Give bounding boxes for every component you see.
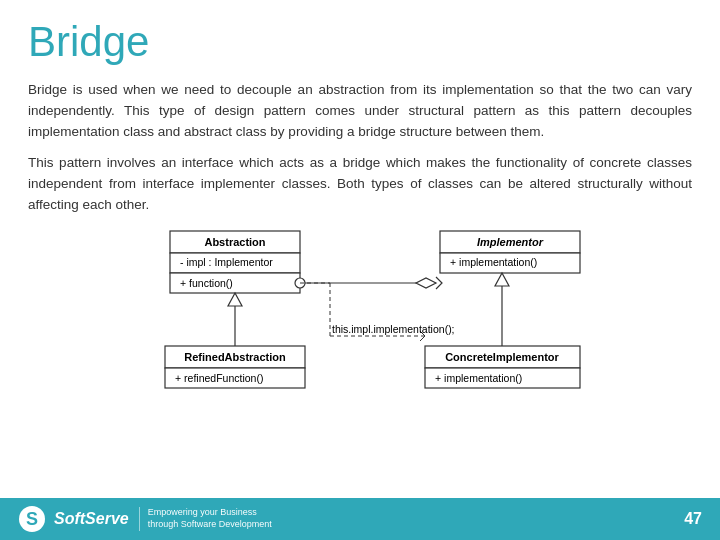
footer-logo-area: S SoftServe Empowering your Business thr… — [18, 505, 272, 533]
svg-marker-15 — [495, 273, 509, 286]
tagline-line2: through Software Development — [148, 519, 272, 531]
tagline-line1: Empowering your Business — [148, 507, 272, 519]
svg-text:S: S — [26, 509, 38, 529]
page-number: 47 — [684, 510, 702, 528]
refined-title: RefinedAbstraction — [184, 351, 286, 363]
footer-tagline: Empowering your Business through Softwar… — [139, 507, 272, 530]
paragraph-2: This pattern involves an interface which… — [28, 153, 692, 216]
implementor-method: + implementation() — [450, 256, 537, 268]
footer: S SoftServe Empowering your Business thr… — [0, 498, 720, 540]
slide: Bridge Bridge is used when we need to de… — [0, 0, 720, 540]
abstraction-method: + function() — [180, 277, 233, 289]
abstraction-field: - impl : Implementor — [180, 256, 273, 268]
implementor-title: Implementor — [477, 236, 544, 248]
concrete-title: ConcreteImplementor — [445, 351, 559, 363]
svg-marker-13 — [228, 293, 242, 306]
abstraction-title: Abstraction — [204, 236, 265, 248]
refined-method: + refinedFunction() — [175, 372, 263, 384]
svg-marker-7 — [416, 278, 436, 288]
dashed-label: this.impl.implementation(); — [332, 323, 455, 335]
softserve-icon: S — [18, 505, 46, 533]
uml-diagram: Abstraction - impl : Implementor + funct… — [28, 226, 692, 411]
paragraph-1: Bridge is used when we need to decouple … — [28, 80, 692, 143]
concrete-method: + implementation() — [435, 372, 522, 384]
brand-name: SoftServe — [54, 510, 129, 528]
page-title: Bridge — [28, 18, 692, 66]
